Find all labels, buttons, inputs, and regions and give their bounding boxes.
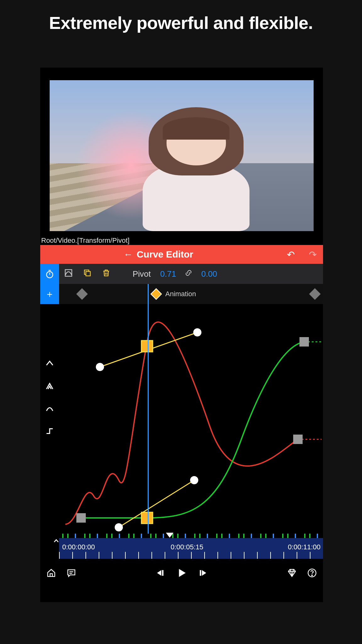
value-2[interactable]: 0.00 xyxy=(201,269,217,279)
value-1[interactable]: 0.71 xyxy=(160,269,176,279)
back-button[interactable]: ← xyxy=(123,249,133,260)
time-ruler[interactable]: 0:00:00:00 0:00:05:15 0:00:11:00 xyxy=(59,534,323,559)
playhead[interactable] xyxy=(148,284,149,534)
home-icon xyxy=(47,568,56,578)
arc-icon xyxy=(45,404,54,413)
copy-button[interactable] xyxy=(78,269,97,280)
ruler-collapse-button[interactable] xyxy=(53,537,60,546)
curves-svg xyxy=(59,304,323,534)
caret-up-icon xyxy=(45,358,54,368)
ease-curve-button[interactable] xyxy=(44,403,55,414)
editor-title: Curve Editor xyxy=(137,249,193,260)
stopwatch-button[interactable] xyxy=(40,264,59,284)
add-keyframe-button[interactable]: ＋ xyxy=(40,284,59,304)
curve-canvas[interactable] xyxy=(59,304,323,534)
step-back-button[interactable] xyxy=(155,568,166,580)
help-icon xyxy=(307,568,317,578)
step-back-icon xyxy=(155,568,166,578)
playhead-triangle-icon xyxy=(166,533,173,538)
svg-point-17 xyxy=(115,523,123,531)
transport-bar xyxy=(40,563,323,585)
video-preview[interactable] xyxy=(50,80,314,231)
svg-point-16 xyxy=(193,328,201,336)
svg-point-22 xyxy=(312,575,313,576)
svg-line-9 xyxy=(119,480,194,527)
step-forward-button[interactable] xyxy=(198,568,208,580)
svg-point-15 xyxy=(96,363,104,371)
chevron-up-icon xyxy=(53,537,60,544)
ease-tools xyxy=(40,304,59,534)
app-frame: Root/Video.[Transform/Pivot] ← Curve Edi… xyxy=(40,68,323,602)
diamond-icon xyxy=(287,568,297,578)
comment-button[interactable] xyxy=(67,568,76,580)
link-icon xyxy=(185,269,192,277)
stopwatch-icon xyxy=(45,269,54,279)
property-path: Root/Video.[Transform/Pivot] xyxy=(41,236,129,245)
keyframe-marker-selected[interactable] xyxy=(151,288,162,300)
animation-label: Animation xyxy=(165,290,196,298)
svg-rect-19 xyxy=(162,570,164,575)
svg-rect-14 xyxy=(141,512,153,524)
svg-rect-13 xyxy=(141,341,153,352)
ease-peak-button[interactable] xyxy=(44,380,55,391)
step-forward-icon xyxy=(198,568,208,578)
undo-button[interactable]: ↶ xyxy=(287,249,295,260)
copy-icon xyxy=(83,269,92,277)
delete-button[interactable] xyxy=(97,269,116,280)
help-button[interactable] xyxy=(307,568,317,580)
play-button[interactable] xyxy=(176,568,187,580)
home-button[interactable] xyxy=(47,568,56,580)
editor-header: ← Curve Editor ↶ ↷ xyxy=(40,245,323,264)
headline: Extremely powerful and flexible. xyxy=(0,0,362,33)
time-end: 0:00:11:00 xyxy=(288,543,321,551)
playhead-indicator[interactable] xyxy=(166,533,173,538)
trash-icon xyxy=(102,269,111,277)
time-start: 0:00:00:00 xyxy=(62,543,95,551)
redo-button[interactable]: ↷ xyxy=(309,249,317,260)
svg-point-18 xyxy=(190,476,198,484)
property-label: Pivot xyxy=(133,269,151,279)
curve-view-button[interactable] xyxy=(59,269,78,280)
premium-button[interactable] xyxy=(287,568,297,580)
svg-rect-20 xyxy=(200,570,201,575)
svg-rect-11 xyxy=(299,337,309,347)
ease-step-button[interactable] xyxy=(44,425,55,437)
peak-icon xyxy=(45,381,54,391)
svg-rect-10 xyxy=(76,513,86,523)
play-icon xyxy=(176,568,187,578)
comment-icon xyxy=(67,568,76,578)
svg-rect-4 xyxy=(86,271,90,276)
ease-linear-button[interactable] xyxy=(44,358,55,369)
curve-icon xyxy=(64,269,73,277)
step-icon xyxy=(45,426,54,436)
keyframe-marker[interactable] xyxy=(309,288,321,300)
time-current: 0:00:05:15 xyxy=(171,543,203,551)
toolbar: Pivot 0.71 0.00 xyxy=(40,264,323,284)
keyframe-marker[interactable] xyxy=(76,288,88,300)
link-button[interactable] xyxy=(185,269,192,279)
keyframe-row: ＋ Animation xyxy=(40,284,323,304)
svg-rect-12 xyxy=(293,435,303,444)
